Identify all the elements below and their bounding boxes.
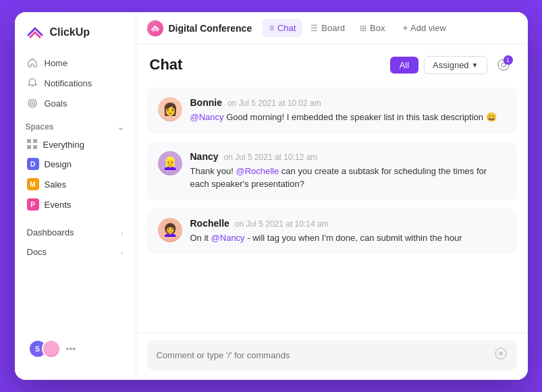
home-label: Home	[45, 58, 68, 68]
app-window: ClickUp Home Notifications	[15, 12, 528, 380]
page-title: Chat	[150, 56, 183, 74]
msg-text-nancy: Thank you! @Rochelle can you create a su…	[190, 165, 506, 191]
avatar-rochelle: 👩‍🦱	[158, 218, 182, 242]
sidebar-item-sales[interactable]: M Sales	[20, 174, 130, 194]
msg-time-rochelle: on Jul 5 2021 at 10:14 am	[235, 219, 329, 229]
board-tab-icon: ☰	[310, 24, 318, 33]
spaces-list: Everything D Design M Sales P Events	[15, 135, 136, 215]
nav-items: Home Notifications Goals	[15, 53, 136, 113]
events-label: Events	[45, 200, 72, 210]
comment-input[interactable]	[157, 350, 487, 360]
message-rochelle-body: Rochelle on Jul 5 2021 at 10:14 am On it…	[190, 218, 506, 245]
everything-icon	[27, 139, 38, 150]
user-area[interactable]: S •••	[20, 334, 130, 364]
sidebar-item-events[interactable]: P Events	[20, 194, 130, 215]
sidebar-bottom: S •••	[15, 329, 136, 369]
project-name: Digital Conference	[169, 23, 252, 34]
sidebar-sections: Dashboards › Docs ›	[15, 220, 136, 264]
spaces-header: Spaces ⌄	[15, 113, 136, 135]
assigned-filter-button[interactable]: Assigned ▼	[424, 56, 487, 74]
msg-text-rochelle: On it @Nancy - will tag you when I'm don…	[190, 231, 506, 245]
sidebar-item-dashboards[interactable]: Dashboards ›	[20, 223, 130, 242]
notification-badge: 1	[504, 55, 513, 65]
clickup-logo-icon	[26, 23, 45, 42]
tab-box[interactable]: ⊞ Box	[353, 19, 391, 37]
sales-label: Sales	[45, 179, 67, 190]
msg-time-bonnie: on Jul 5 2021 at 10:02 am	[227, 99, 321, 108]
events-dot: P	[27, 198, 39, 211]
msg-author-nancy: Nancy	[190, 151, 219, 162]
avatar-bonnie: 👩	[158, 97, 182, 121]
msg-text-bonnie: @Nancy Good morning! I embedded the spea…	[190, 111, 506, 124]
sidebar-item-everything[interactable]: Everything	[20, 135, 130, 154]
comment-input-row	[147, 340, 517, 370]
logo-area[interactable]: ClickUp	[15, 23, 136, 53]
target-icon	[27, 98, 38, 109]
project-logo-icon	[151, 24, 160, 33]
sidebar-item-notifications[interactable]: Notifications	[20, 73, 130, 93]
goals-label: Goals	[45, 99, 67, 109]
sales-dot: M	[27, 178, 39, 190]
avatar-nancy: 👱‍♀️	[158, 151, 182, 175]
home-icon	[27, 57, 38, 68]
bell-icon	[27, 78, 38, 88]
message-bonnie-body: Bonnie on Jul 5 2021 at 10:02 am @Nancy …	[190, 97, 506, 124]
comment-area	[136, 333, 528, 380]
sidebar-item-docs[interactable]: Docs ›	[20, 242, 130, 262]
chat-header: Chat All Assigned ▼ 1	[136, 45, 528, 82]
mention-nancy: @Nancy	[190, 112, 224, 122]
main-content: Digital Conference # Chat ☰ Board ⊞ Box …	[136, 12, 528, 380]
notification-button[interactable]: 1	[493, 54, 514, 76]
box-tab-icon: ⊞	[360, 24, 367, 33]
assigned-chevron: ▼	[472, 61, 479, 69]
svg-point-2	[32, 103, 33, 104]
message-bonnie: 👩 Bonnie on Jul 5 2021 at 10:02 am @Nanc…	[147, 88, 517, 134]
top-bar: Digital Conference # Chat ☰ Board ⊞ Box …	[136, 12, 528, 45]
design-dot: D	[27, 158, 39, 170]
spaces-chevron[interactable]: ⌄	[117, 121, 125, 132]
sidebar-item-goals[interactable]: Goals	[20, 93, 130, 113]
msg-meta-rochelle: Rochelle on Jul 5 2021 at 10:14 am	[190, 218, 506, 229]
msg-meta-bonnie: Bonnie on Jul 5 2021 at 10:02 am	[190, 97, 506, 108]
tab-board[interactable]: ☰ Board	[304, 19, 352, 37]
tab-chat[interactable]: # Chat	[263, 19, 302, 37]
sidebar-item-home[interactable]: Home	[20, 53, 130, 73]
msg-meta-nancy: Nancy on Jul 5 2021 at 10:12 am	[190, 151, 506, 162]
everything-label: Everything	[43, 140, 84, 150]
all-filter-button[interactable]: All	[390, 57, 418, 74]
message-nancy: 👱‍♀️ Nancy on Jul 5 2021 at 10:12 am Tha…	[147, 142, 517, 200]
sidebar: ClickUp Home Notifications	[15, 12, 136, 380]
mention-rochelle: @Rochelle	[236, 166, 279, 176]
msg-author-rochelle: Rochelle	[190, 218, 229, 229]
filter-area: All Assigned ▼ 1	[390, 54, 514, 76]
docs-chevron: ›	[121, 248, 124, 256]
msg-author-bonnie: Bonnie	[190, 97, 222, 108]
messages-area: 👩 Bonnie on Jul 5 2021 at 10:02 am @Nanc…	[136, 82, 528, 333]
app-name: ClickUp	[50, 26, 90, 38]
message-nancy-body: Nancy on Jul 5 2021 at 10:12 am Thank yo…	[190, 151, 506, 191]
msg-time-nancy: on Jul 5 2021 at 10:12 am	[224, 152, 318, 162]
notifications-label: Notifications	[45, 78, 92, 88]
avatar-stack: S	[28, 339, 61, 358]
dashboards-chevron: ›	[121, 229, 124, 237]
user-menu-dots[interactable]: •••	[66, 343, 76, 354]
add-view-plus: +	[402, 23, 408, 33]
send-icon[interactable]	[494, 347, 508, 364]
mention-nancy-2: @Nancy	[211, 233, 245, 243]
tab-list: # Chat ☰ Board ⊞ Box + Add view	[263, 19, 453, 37]
design-label: Design	[45, 159, 72, 169]
sidebar-item-design[interactable]: D Design	[20, 154, 130, 174]
project-icon	[147, 20, 163, 36]
svg-point-7	[499, 352, 503, 356]
add-view-button[interactable]: + Add view	[396, 20, 452, 36]
message-rochelle: 👩‍🦱 Rochelle on Jul 5 2021 at 10:14 am O…	[147, 208, 517, 254]
chat-tab-icon: #	[269, 24, 274, 33]
avatar-user	[42, 339, 61, 358]
